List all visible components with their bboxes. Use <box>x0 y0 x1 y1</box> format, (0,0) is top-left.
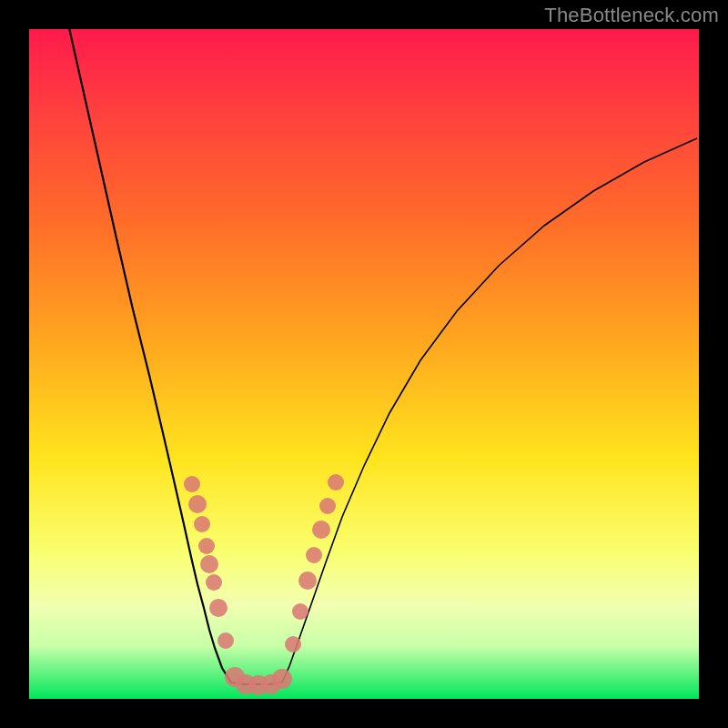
chart-svg <box>29 29 699 699</box>
scatter-dot <box>312 521 330 539</box>
scatter-dot <box>328 474 344 490</box>
scatter-dot <box>194 516 210 532</box>
watermark-text: TheBottleneck.com <box>544 4 719 27</box>
scatter-dot <box>306 547 322 563</box>
scatter-dot <box>184 476 200 492</box>
scatter-dot <box>272 669 292 689</box>
scatter-dot <box>206 574 222 591</box>
scatter-dot <box>285 636 301 652</box>
scatter-dot <box>319 498 336 514</box>
scatter-dot <box>200 555 218 573</box>
scatter-dot <box>217 632 234 649</box>
scatter-dot <box>198 538 215 554</box>
scatter-dot <box>292 603 308 620</box>
scatter-dot <box>209 599 228 617</box>
scatter-dots <box>184 474 344 695</box>
scatter-dot <box>298 571 317 590</box>
chart-frame <box>29 29 699 699</box>
scatter-dot <box>188 495 207 513</box>
right-curve <box>282 138 697 682</box>
